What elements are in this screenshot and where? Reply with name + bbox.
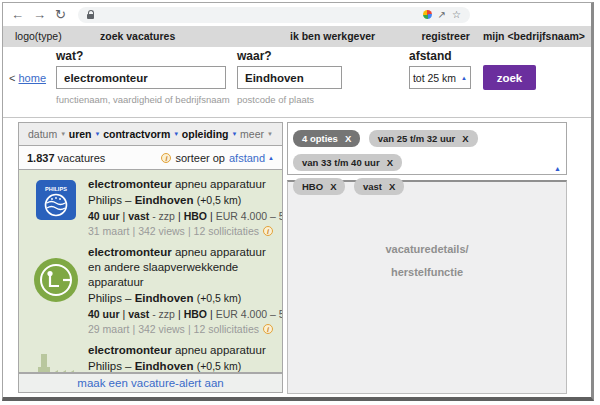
vacancy-title: electromonteur apneu apparatuur	[88, 177, 278, 192]
vacancy-details-line: 40 uur|vast - zzp|HBO|EUR 4.000 – 5.000	[88, 208, 278, 224]
wat-helper-text: functienaam, vaardigheid of bedrijfsnaam	[56, 94, 230, 105]
google-account-icon[interactable]	[423, 10, 432, 19]
zoek-button[interactable]: zoek	[483, 65, 536, 90]
site-header: logo(type) zoek vacatures ik ben werkgev…	[3, 26, 591, 47]
chevron-down-icon: ▼	[267, 131, 273, 137]
company-logo-wrap: PHILIPS	[24, 177, 88, 238]
company-logo-wrap	[24, 343, 88, 373]
section-divider	[3, 117, 591, 118]
nav-zoek-vacatures[interactable]: zoek vacatures	[100, 30, 175, 42]
home-breadcrumb: < home	[9, 72, 46, 84]
wat-input[interactable]	[56, 66, 226, 89]
info-icon: i	[263, 226, 273, 236]
filter-uren[interactable]: uren ▼	[69, 128, 101, 140]
vacancy-company-line: Philips – Eindhoven (+0,5 km)	[88, 290, 278, 306]
chip-close-icon[interactable]: X	[330, 181, 336, 192]
chevron-down-icon: ▼	[60, 131, 66, 137]
afstand-value: tot 25 km	[413, 72, 456, 84]
chip-4-opties[interactable]: 4 opties X	[293, 130, 360, 147]
afstand-label: afstand	[409, 49, 471, 63]
filter-contractvorm[interactable]: contractvorm ▼	[103, 128, 179, 140]
waar-input[interactable]	[237, 66, 342, 89]
nav-registreer[interactable]: registreer	[421, 30, 469, 42]
chip-hbo[interactable]: HBO X	[293, 178, 345, 195]
vacancy-list: PHILIPS electromonteur apneu apparatuur …	[18, 170, 283, 373]
vacancy-text: electromonteur apneu apparatuur en ander…	[88, 245, 278, 336]
vacancy-title: electromonteur apneu apparatuur	[88, 343, 278, 358]
refresh-icon[interactable]: ↻	[55, 8, 66, 21]
chip-close-icon[interactable]: X	[462, 133, 468, 144]
info-icon: i	[263, 324, 273, 334]
address-bar[interactable]: ↗ ☆	[78, 7, 470, 23]
factory-icon	[34, 353, 78, 373]
vacancy-alert-bar: maak een vacature-alert aan	[18, 373, 283, 393]
home-link[interactable]: home	[19, 72, 47, 84]
active-filter-chips: 4 opties X van 25 t/m 32 uur X van 33 t/…	[287, 122, 567, 175]
nav-mijn-bedrijfsnaam[interactable]: mijn <bedrijfsnaam>	[483, 30, 585, 42]
back-icon[interactable]: ←	[11, 8, 24, 21]
chip-close-icon[interactable]: X	[389, 181, 395, 192]
nav-ik-ben-werkgever[interactable]: ik ben werkgever	[290, 30, 375, 42]
header-right-nav: registreer mijn <bedrijfsnaam>	[421, 30, 585, 42]
chevron-down-icon: ▼	[95, 131, 101, 137]
result-count-bar: 1.837 vacatures i sorteer op afstand ▲	[18, 146, 283, 170]
chip-vast[interactable]: vast X	[354, 178, 404, 195]
vacancy-details-panel: vacaturedetails/ herstelfunctie	[287, 180, 567, 394]
chip-close-icon[interactable]: X	[387, 157, 393, 168]
info-icon: i	[161, 153, 171, 163]
dropdown-arrow-icon: ▲	[461, 75, 467, 81]
results-column: datum ▼ uren ▼ contractvorm ▼ opleiding …	[18, 122, 283, 393]
vacancy-list-item[interactable]: electromonteur apneu apparatuur en ander…	[19, 238, 282, 336]
filter-opleiding[interactable]: opleiding ▼	[182, 128, 238, 140]
lock-icon	[87, 14, 94, 19]
philips-logo-icon: PHILIPS	[36, 180, 76, 220]
back-chevron: <	[9, 72, 15, 84]
afstand-field-group: afstand tot 25 km ▲	[409, 49, 471, 89]
browser-window: ← → ↻ ↗ ☆ logo(type) zoek vacatures ik b…	[2, 2, 594, 401]
sort-label: sorteer op	[175, 152, 225, 164]
vacancy-title: electromonteur apneu apparatuur en ander…	[88, 245, 278, 290]
waar-field-group: waar? postcode of plaats	[237, 49, 342, 105]
details-panel-line1: vacaturedetails/	[385, 243, 468, 255]
chip-close-icon[interactable]: X	[345, 133, 351, 144]
collapse-up-arrow-icon[interactable]: ▲	[554, 165, 561, 172]
vacancy-text: electromonteur apneu apparatuur Philips …	[88, 177, 278, 238]
create-vacancy-alert-link[interactable]: maak een vacature-alert aan	[77, 377, 223, 389]
lg-logo-icon	[33, 257, 79, 303]
chip-van-33-40-uur[interactable]: van 33 t/m 40 uur X	[293, 154, 402, 171]
chevron-down-icon: ▼	[173, 131, 179, 137]
waar-helper-text: postcode of plaats	[237, 94, 342, 105]
sort-up-arrow-icon: ▲	[268, 155, 274, 161]
browser-toolbar: ← → ↻ ↗ ☆	[3, 3, 591, 26]
vacancy-company-line: Philips – Eindhoven (+0,5 km)	[88, 358, 278, 373]
company-logo-wrap	[24, 245, 88, 336]
vacancy-count: 1.837	[27, 152, 55, 164]
waar-label: waar?	[237, 49, 342, 63]
vacancy-list-item[interactable]: PHILIPS electromonteur apneu apparatuur …	[19, 170, 282, 238]
filter-datum[interactable]: datum ▼	[28, 128, 66, 140]
forward-icon[interactable]: →	[33, 8, 46, 21]
filter-meer[interactable]: meer ▼	[240, 128, 273, 140]
vacancy-text: electromonteur apneu apparatuur Philips …	[88, 343, 278, 373]
chip-van-25-32-uur[interactable]: van 25 t/m 32 uur X	[369, 130, 478, 147]
share-icon[interactable]: ↗	[438, 10, 446, 20]
site-logo[interactable]: logo(type)	[15, 30, 62, 42]
vacancy-list-item[interactable]: electromonteur apneu apparatuur Philips …	[19, 336, 282, 373]
search-section: < home wat? functienaam, vaardigheid of …	[3, 47, 591, 117]
wat-label: wat?	[56, 49, 230, 63]
filter-dropdown-bar: datum ▼ uren ▼ contractvorm ▼ opleiding …	[18, 122, 283, 146]
vacancy-company-line: Philips – Eindhoven (+0,5 km)	[88, 192, 278, 208]
vacancy-stats-line: 29 maart|342 views|12 sollicitaties i	[88, 322, 278, 336]
svg-text:PHILIPS: PHILIPS	[45, 186, 67, 192]
details-column: 4 opties X van 25 t/m 32 uur X van 33 t/…	[287, 122, 567, 394]
afstand-dropdown[interactable]: tot 25 km ▲	[409, 66, 471, 89]
vacancy-count-label: vacatures	[58, 152, 106, 164]
details-panel-line2: herstelfunctie	[391, 266, 463, 278]
wat-field-group: wat? functienaam, vaardigheid of bedrijf…	[56, 49, 230, 105]
bookmark-star-icon[interactable]: ☆	[452, 10, 461, 20]
vacancy-stats-line: 31 maart|342 views|12 sollicitaties i	[88, 224, 278, 238]
chevron-down-icon: ▼	[232, 131, 238, 137]
sort-by-afstand-link[interactable]: afstand ▲	[229, 152, 274, 164]
vacancy-details-line: 40 uur|vast - zzp|HBO|EUR 4.000 – 5.000	[88, 306, 278, 322]
